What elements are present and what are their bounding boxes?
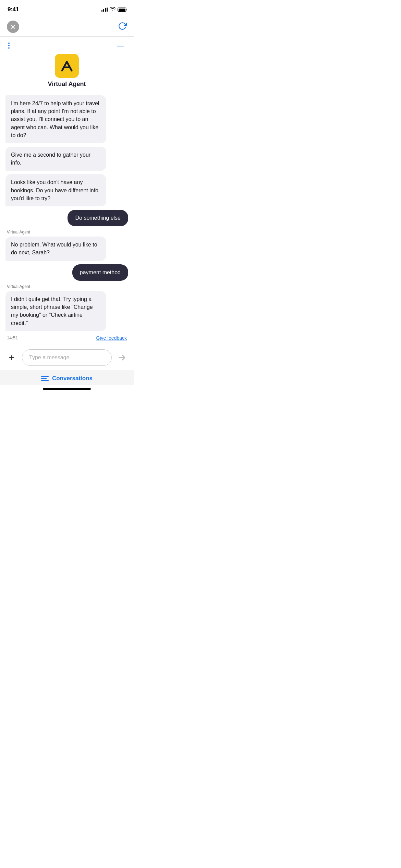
status-time: 9:41 — [8, 6, 19, 13]
agent-name: Virtual Agent — [48, 81, 86, 88]
status-icons — [101, 7, 126, 12]
bot-label: Virtual Agent — [7, 284, 30, 289]
menu-dot — [8, 47, 10, 49]
agent-logo — [55, 54, 79, 78]
bot-bubble: I'm here 24/7 to help with your travel p… — [5, 95, 106, 143]
message-time: 14:51 — [7, 335, 18, 340]
home-indicator — [0, 385, 134, 392]
bot-bubble: I didn't quite get that. Try typing a si… — [5, 291, 106, 331]
bot-message-group: Give me a second to gather your info. — [5, 147, 128, 171]
bot-message-group: Virtual Agent I didn't quite get that. T… — [5, 284, 128, 331]
bot-message-group: Virtual Agent No problem. What would you… — [5, 230, 128, 261]
nav-bar — [0, 17, 134, 37]
close-button[interactable] — [7, 21, 19, 33]
conversations-icon — [41, 375, 49, 382]
user-message-container: Do something else — [5, 210, 128, 226]
conv-line — [41, 380, 49, 381]
chat-header: — Virtual Agent — [0, 37, 134, 91]
user-bubble: Do something else — [68, 210, 128, 226]
conversations-label[interactable]: Conversations — [52, 375, 93, 382]
menu-button[interactable] — [7, 41, 11, 50]
message-input[interactable] — [22, 349, 112, 366]
status-bar: 9:41 — [0, 0, 134, 17]
bot-message-group: Looks like you don't have any bookings. … — [5, 174, 128, 206]
bot-bubble: Give me a second to gather your info. — [5, 147, 106, 171]
header-actions: — — [7, 41, 127, 50]
message-meta: 14:51 Give feedback — [5, 335, 128, 341]
minimize-button[interactable]: — — [114, 41, 127, 50]
conv-line — [41, 378, 47, 379]
give-feedback-link[interactable]: Give feedback — [96, 335, 127, 341]
conv-line — [41, 376, 49, 377]
bot-message-group: I'm here 24/7 to help with your travel p… — [5, 95, 128, 143]
menu-dot — [8, 43, 10, 44]
battery-icon — [118, 8, 126, 12]
home-bar — [43, 388, 91, 390]
bot-bubble: Looks like you don't have any bookings. … — [5, 174, 106, 206]
user-message-container: payment method — [5, 264, 128, 281]
bot-bubble: No problem. What would you like to do ne… — [5, 237, 106, 261]
send-button[interactable] — [116, 351, 128, 364]
wifi-icon — [110, 7, 116, 12]
menu-dot — [8, 45, 10, 46]
bottom-nav: Conversations — [0, 370, 134, 385]
bot-label: Virtual Agent — [7, 230, 30, 234]
user-bubble: payment method — [72, 264, 128, 281]
input-area: + — [0, 345, 134, 370]
add-attachment-button[interactable]: + — [5, 351, 18, 364]
refresh-button[interactable] — [118, 22, 127, 32]
chat-area: I'm here 24/7 to help with your travel p… — [0, 91, 134, 345]
signal-icon — [101, 8, 108, 12]
